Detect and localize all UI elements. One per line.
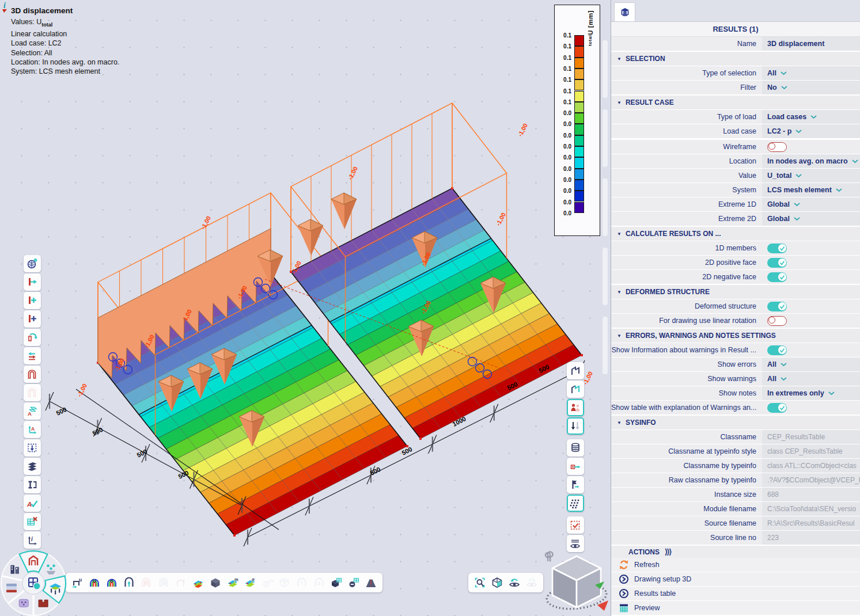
cube-body[interactable] — [552, 556, 601, 607]
collapsed-toolbar-strip[interactable] — [603, 40, 608, 98]
value-filter[interactable]: No — [762, 81, 860, 94]
member-add-button[interactable] — [24, 292, 41, 309]
value-for-drawing-use-linear-rotation[interactable] — [762, 314, 860, 328]
tab-results[interactable] — [614, 2, 635, 21]
arch-m-faded-button[interactable]: M — [138, 575, 155, 591]
slab-m-button[interactable]: m — [224, 575, 241, 591]
solid-box-button[interactable] — [207, 575, 224, 591]
section-selection[interactable]: ▼SELECTION — [611, 52, 860, 66]
toggle-2d-positive-face[interactable] — [767, 258, 787, 268]
value-show-notes[interactable]: In extremes only — [762, 386, 860, 400]
viewport-3d[interactable]: 5005005005005005001000500500-1,00-1,00-1… — [0, 0, 611, 616]
section-sysinfo[interactable]: ▼SYSINFO — [611, 416, 860, 429]
toggle-1d-members[interactable] — [767, 244, 787, 253]
arch-sigma-color-button[interactable]: σ — [103, 575, 120, 591]
value-show-warnings[interactable]: All — [762, 372, 860, 386]
value-show-table-with-explanation-of-warnings-an[interactable] — [762, 401, 860, 415]
value-location[interactable]: In nodes avg. on macro — [762, 154, 860, 168]
section-errors-warnings-and-notes-settings[interactable]: ▼ERRORS, WARNINGS AND NOTES SETTINGS — [611, 329, 860, 343]
arch-alpha-faded-button[interactable]: α — [310, 575, 328, 591]
value-classname[interactable]: CEP_ResultsTable — [762, 430, 860, 444]
wheel-concrete-dice-icon[interactable] — [19, 599, 28, 607]
view-globe-settings-button[interactable] — [24, 255, 41, 272]
table-delete-button[interactable] — [24, 513, 41, 530]
strip-minus-button[interactable] — [345, 575, 362, 591]
value-raw-classname-by-typeinfo[interactable]: .?AV?$CComObject@VCEP_R — [762, 473, 860, 487]
spell-check-button[interactable]: A — [24, 495, 41, 512]
slab-sigma-button[interactable]: σ — [241, 575, 259, 591]
eye-next-button[interactable] — [523, 575, 540, 591]
collapsed-toolbar-strip[interactable] — [603, 178, 608, 236]
rotate-right-arrow[interactable] — [597, 600, 608, 611]
action-refresh[interactable]: Refresh — [611, 558, 860, 572]
text-cursor-button[interactable] — [24, 476, 41, 493]
value-type-of-load[interactable]: Load cases — [762, 110, 860, 124]
collapsed-toolbar-strip[interactable] — [603, 248, 608, 305]
axis-label-button[interactable]: A — [24, 421, 41, 438]
zoom-select-button[interactable] — [471, 575, 488, 591]
member-arrow-button[interactable] — [24, 273, 41, 291]
toggle-for-drawing-use-linear-rotation[interactable] — [767, 316, 787, 326]
action-drawing-setup-3d[interactable]: Drawing setup 3D — [611, 572, 860, 586]
meshbox-faded-button[interactable] — [276, 575, 293, 591]
value-deformed-structure[interactable] — [762, 299, 860, 313]
gear-sigma-faded-button[interactable]: σz — [259, 575, 276, 591]
value-classname-at-typeinfo-style[interactable]: class CEP_ResultsTable — [762, 444, 860, 458]
toggle-wireframe[interactable] — [767, 142, 787, 152]
value-module-filename[interactable]: C:\SciaTool\data\SEN_versio — [762, 502, 860, 516]
value-wireframe[interactable] — [762, 140, 860, 154]
value-show-errors[interactable]: All — [762, 358, 860, 371]
navigation-cube[interactable] — [543, 546, 611, 616]
persons-button[interactable] — [567, 399, 584, 416]
value-2d-negative-face[interactable] — [762, 270, 860, 284]
eye-prev-button[interactable] — [506, 575, 523, 591]
layers-button[interactable] — [24, 458, 41, 475]
arch-sigma-faded-button[interactable]: σ — [155, 575, 172, 591]
db-stack-button[interactable] — [567, 439, 584, 457]
frame-faded-button[interactable] — [172, 575, 190, 591]
value-system[interactable]: LCS mesh element — [762, 183, 860, 197]
value-extreme-2d[interactable]: Global — [762, 212, 860, 226]
arch-reaction-button[interactable] — [120, 575, 138, 591]
arch-frame-disabled-button[interactable] — [24, 384, 41, 401]
value-load-case[interactable]: LC2 - p — [762, 124, 860, 138]
action-results-table[interactable]: Results table — [611, 587, 860, 600]
section-deformed-structure[interactable]: ▼DEFORMED STRUCTURE — [611, 285, 860, 299]
action-preview[interactable]: Preview — [611, 601, 860, 615]
value-1d-members[interactable] — [762, 241, 860, 255]
frame-u-button[interactable]: u — [69, 575, 86, 591]
strip-cube-button[interactable] — [328, 575, 345, 591]
value-classname-by-typeinfo[interactable]: class ATL::CComObject<clas — [762, 459, 860, 473]
coord-info-button[interactable]: i — [24, 531, 41, 549]
value-value[interactable]: U_total — [762, 169, 860, 182]
arch-f-faded-button[interactable]: f — [293, 575, 310, 591]
frame-corner-teal-button[interactable] — [567, 381, 584, 398]
mesh-dots-button[interactable] — [567, 495, 584, 512]
collapsed-toolbar-strip[interactable] — [603, 109, 608, 167]
value-source-line-no[interactable]: 223 — [762, 531, 860, 545]
value-2d-positive-face[interactable] — [762, 256, 860, 269]
selection-check-button[interactable] — [567, 516, 584, 534]
toggle-deformed-structure[interactable] — [767, 302, 787, 311]
view-cube-button[interactable] — [488, 575, 506, 591]
toggle-show-table-with-explanation-of-warnings-an[interactable] — [767, 403, 787, 413]
rotate-copy-button[interactable] — [24, 329, 41, 346]
workstation-wheel[interactable] — [0, 549, 69, 616]
value-extreme-1d[interactable]: Global — [762, 197, 860, 211]
arch-frame-button[interactable] — [24, 366, 41, 383]
value-name[interactable]: 3D displacement — [762, 37, 860, 51]
actions-header[interactable]: ACTIONS⟩⟩⟩ — [611, 546, 860, 558]
wheel-layered-slabs-icon[interactable] — [6, 584, 17, 592]
value-show-information-about-warnings-in-result[interactable] — [762, 343, 860, 357]
toggle-2d-negative-face[interactable] — [767, 272, 787, 282]
frame-corner-button[interactable] — [567, 362, 584, 379]
arch-u-color-button[interactable]: U — [86, 575, 103, 591]
value-instance-size[interactable]: 688 — [762, 488, 860, 501]
info-icon[interactable]: i — [2, 1, 10, 14]
selection-import-button[interactable] — [24, 439, 41, 457]
member-cross-button[interactable] — [24, 310, 41, 328]
toggle-show-information-about-warnings-in-result[interactable] — [767, 345, 787, 355]
actions-expand-icon[interactable]: ⟩⟩⟩ — [665, 547, 671, 556]
support-arrow-button[interactable] — [567, 458, 584, 475]
section-calculate-results-on[interactable]: ▼CALCULATE RESULTS ON ... — [611, 227, 860, 241]
